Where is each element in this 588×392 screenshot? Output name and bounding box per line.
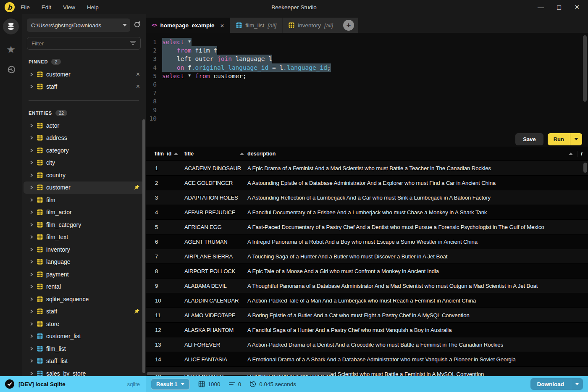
entity-item-film_actor[interactable]: film_actor — [22, 206, 146, 219]
minimize-button[interactable]: — — [538, 3, 544, 11]
chevron-right-icon[interactable] — [29, 198, 34, 202]
entity-item-film_category[interactable]: film_category — [22, 218, 146, 231]
column-header-title[interactable]: title — [184, 151, 247, 157]
entity-item-staff[interactable]: staff — [22, 305, 146, 318]
chevron-right-icon[interactable] — [29, 297, 34, 301]
chevron-right-icon[interactable] — [29, 235, 34, 239]
entity-item-inventory[interactable]: inventory — [22, 243, 146, 256]
table-row[interactable]: 3ADAPTATION HOLESA Astounding Reflection… — [146, 190, 588, 205]
chevron-right-icon[interactable] — [29, 72, 34, 76]
entity-item-language[interactable]: language — [22, 256, 146, 268]
close-tab-icon[interactable]: × — [220, 22, 224, 29]
menu-item-file[interactable]: File — [21, 4, 30, 11]
table-row[interactable]: 10ALADDIN CALENDARA Action-Packed Tale o… — [146, 293, 588, 308]
entity-item-category[interactable]: category — [22, 144, 146, 157]
menu-item-help[interactable]: Help — [87, 4, 99, 11]
close-window-button[interactable]: ✕ — [574, 3, 580, 11]
table-row[interactable]: 14ALICE FANTASIAA Emotional Drama of a A… — [146, 352, 588, 367]
connection-select[interactable]: C:\Users\ghstng\Downloads — [27, 18, 130, 32]
entity-item-city[interactable]: city — [22, 157, 146, 169]
entity-item-customer[interactable]: customer — [24, 182, 144, 194]
entity-item-staff_list[interactable]: staff_list — [22, 355, 146, 368]
chevron-right-icon[interactable] — [29, 173, 34, 177]
table-row[interactable]: 8AIRPORT POLLOCKA Epic Tale of a Moose A… — [146, 264, 588, 279]
chevron-right-icon[interactable] — [29, 359, 34, 363]
sidebar-scrollbar[interactable] — [142, 119, 145, 373]
entity-item-film[interactable]: film — [22, 194, 146, 206]
editor-scrollbar[interactable] — [583, 35, 587, 102]
chevron-right-icon[interactable] — [29, 309, 34, 313]
database-panel-icon[interactable] — [3, 18, 19, 34]
chevron-right-icon[interactable] — [29, 371, 34, 376]
table-row[interactable]: 13ALI FOREVERA Action-Packed Drama of a … — [146, 337, 588, 352]
chevron-right-icon[interactable] — [29, 284, 34, 289]
favorites-icon[interactable]: ★ — [6, 45, 16, 54]
chevron-right-icon[interactable] — [29, 272, 34, 276]
table-row[interactable]: 4AFFAIR PREJUDICEA Fanciful Documentary … — [146, 205, 588, 220]
entity-item-sqlite_sequence[interactable]: sqlite_sequence — [22, 293, 146, 305]
chevron-right-icon[interactable] — [29, 148, 34, 153]
entity-item-actor[interactable]: actor — [22, 119, 146, 132]
new-tab-button[interactable]: + — [343, 20, 354, 31]
chevron-right-icon[interactable] — [29, 210, 34, 214]
entity-item-store[interactable]: store — [22, 318, 146, 330]
tab-inventory[interactable]: inventory[all] — [282, 18, 339, 33]
result-selector-button[interactable]: Result 1 — [151, 379, 190, 390]
entity-item-film_text[interactable]: film_text — [22, 231, 146, 244]
chevron-right-icon[interactable] — [29, 136, 34, 140]
entity-item-country[interactable]: country — [22, 169, 146, 182]
column-header-film-id[interactable]: film_id — [146, 151, 184, 157]
table-row[interactable]: 7AIRPLANE SIERRAA Touching Saga of a Hun… — [146, 249, 588, 264]
filter-icon[interactable] — [130, 39, 136, 47]
menu-item-edit[interactable]: Edit — [42, 4, 51, 11]
sql-editor[interactable]: 1select *2 from film f3 left outer join … — [146, 33, 588, 132]
pinned-item-staff[interactable]: staff× — [22, 81, 146, 93]
chevron-right-icon[interactable] — [29, 223, 34, 227]
chevron-right-icon[interactable] — [29, 160, 34, 165]
download-button[interactable]: Download — [530, 378, 583, 390]
unpin-close-icon[interactable]: × — [136, 71, 140, 78]
table-row[interactable]: 5AFRICAN EGGA Fast-Paced Documentary of … — [146, 220, 588, 234]
download-label[interactable]: Download — [530, 381, 571, 387]
entity-item-sales_by_store[interactable]: sales_by_store — [22, 367, 146, 376]
chevron-right-icon[interactable] — [29, 185, 34, 189]
entity-item-film_list[interactable]: film_list — [22, 342, 146, 355]
run-button[interactable]: Run — [548, 133, 582, 145]
chevron-right-icon[interactable] — [29, 334, 34, 338]
chevron-right-icon[interactable] — [29, 247, 34, 252]
tab-film_list[interactable]: film_list[all] — [230, 18, 282, 33]
chevron-right-icon[interactable] — [29, 84, 34, 89]
table-row[interactable]: 12ALASKA PHANTOMA Fanciful Saga of a Hun… — [146, 323, 588, 337]
table-row[interactable]: 9ALABAMA DEVILA Thoughtful Panorama of a… — [146, 279, 588, 293]
refresh-icon[interactable] — [134, 21, 141, 30]
pin-icon[interactable] — [134, 184, 140, 190]
tab-homepage_example[interactable]: <>homepage_example× — [146, 18, 230, 33]
chevron-right-icon[interactable] — [29, 322, 34, 326]
table-row[interactable]: 2ACE GOLDFINGERA Astounding Epistle of a… — [146, 176, 588, 190]
entity-item-payment[interactable]: payment — [22, 268, 146, 281]
entity-item-address[interactable]: address — [22, 132, 146, 145]
chevron-right-icon[interactable] — [29, 124, 34, 128]
column-header-description[interactable]: description — [247, 151, 577, 157]
results-horizontal-scrollbar[interactable] — [147, 372, 331, 375]
column-header-partial[interactable]: r — [577, 151, 588, 157]
save-button[interactable]: Save — [515, 133, 543, 145]
history-icon[interactable] — [6, 65, 16, 76]
download-dropdown-button[interactable] — [571, 378, 583, 390]
chevron-right-icon[interactable] — [29, 260, 34, 264]
chevron-right-icon[interactable] — [29, 347, 34, 351]
run-dropdown-button[interactable] — [570, 133, 582, 145]
connection-status[interactable]: [DEV] local Sqlite sqlite — [0, 376, 146, 392]
pinned-item-customer[interactable]: customer× — [22, 68, 146, 81]
entity-item-customer_list[interactable]: customer_list — [22, 330, 146, 343]
maximize-button[interactable]: ◻ — [556, 3, 562, 11]
run-label[interactable]: Run — [548, 136, 570, 142]
results-vertical-scrollbar[interactable] — [583, 163, 587, 173]
table-row[interactable]: 6AGENT TRUMANA Intrepid Panorama of a Ro… — [146, 234, 588, 249]
pin-icon[interactable] — [134, 308, 140, 314]
table-row[interactable]: 1ACADEMY DINOSAURA Epic Drama of a Femin… — [146, 161, 588, 176]
menu-item-view[interactable]: View — [63, 4, 75, 11]
filter-input[interactable] — [32, 40, 130, 47]
entity-item-rental[interactable]: rental — [22, 281, 146, 293]
unpin-close-icon[interactable]: × — [136, 83, 140, 90]
